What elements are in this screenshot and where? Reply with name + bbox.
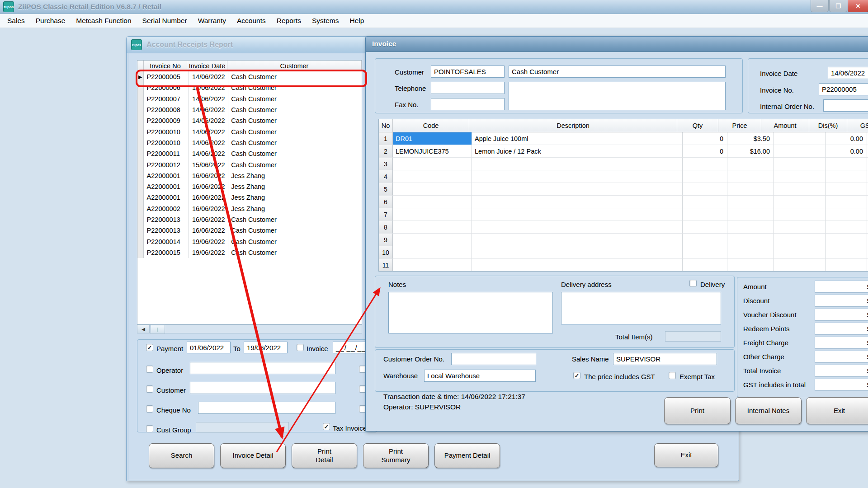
invoice-filter-checkbox[interactable] [297,344,304,351]
notes-textarea[interactable] [388,292,553,333]
cell-dis[interactable] [826,183,867,196]
delivery-address-textarea[interactable] [561,292,721,324]
cell-amount[interactable] [774,145,826,158]
item-row[interactable]: 11 [379,259,868,272]
table-row[interactable]: P22000006 14/06/2022 Cash Customer [137,82,362,93]
payment-to-input[interactable]: 19/06/2022 [244,342,288,353]
cell-dis[interactable] [826,246,867,259]
table-row[interactable]: P22000009 14/06/2022 Cash Customer [137,115,362,126]
menu-item[interactable]: Warranty [193,17,231,25]
cell-code[interactable] [393,158,472,170]
cell-description[interactable] [472,158,683,170]
invoice-window-titlebar[interactable] [366,37,868,52]
table-row[interactable]: A22000001 16/06/2022 Jess Zhang [137,170,362,181]
table-row[interactable]: P22000013 16/06/2022 Cash Customer [137,225,362,236]
cell-code[interactable] [393,234,472,246]
cell-price[interactable] [727,259,774,272]
invoice-action-button[interactable]: Exit [806,397,868,424]
invoice-no-input[interactable]: P22000005 [819,83,868,95]
table-row[interactable]: ▶ P22000005 14/06/2022 Cash Customer [137,71,362,82]
item-row[interactable]: 2 LEMONJUICE375 Lemon Juice / 12 Pack 0 … [379,145,868,158]
customer-order-input[interactable] [451,353,536,365]
table-row[interactable]: P22000010 14/06/2022 Cash Customer [137,137,362,148]
telephone-input[interactable] [431,82,505,94]
cell-qty[interactable]: 0 [683,132,727,145]
cheque-checkbox[interactable] [146,405,153,413]
column-header-customer[interactable]: Customer [227,61,362,71]
cell-dis[interactable] [826,158,867,170]
cell-amount[interactable] [774,183,826,196]
col-header-code[interactable]: Code [393,119,469,132]
invoice-date-input[interactable]: 14/06/2022 [828,67,868,79]
cell-qty[interactable] [683,259,727,272]
table-row[interactable]: P22000008 14/06/2022 Cash Customer [137,104,362,115]
item-row[interactable]: 1 DR01 Apple Juice 100ml 0 $3.50 0.00 15… [379,132,868,145]
cell-description[interactable] [472,259,683,272]
customer-code-input[interactable]: POINTOFSALES [431,66,505,78]
table-row[interactable]: P22000014 19/06/2022 Cash Customer [137,236,362,247]
exempt-tax-checkbox[interactable] [669,372,676,379]
table-horizontal-scrollbar[interactable]: ◀ ∥ [137,324,362,333]
item-row[interactable]: 9 [379,234,868,246]
cell-description[interactable] [472,246,683,259]
table-row[interactable]: A22000001 16/06/2022 Jess Zhang [137,192,362,203]
table-row[interactable]: A22000002 16/06/2022 Jess Zhang [137,203,362,214]
menu-item[interactable]: Sales [2,17,30,25]
report-action-button[interactable]: Invoice Detail [220,443,286,468]
cell-amount[interactable] [774,158,826,170]
report-action-button[interactable]: Search [149,443,214,468]
cell-dis[interactable] [826,170,867,183]
delivery-checkbox[interactable] [689,280,697,287]
cell-qty[interactable] [683,246,727,259]
cell-price[interactable]: $16.00 [727,145,774,158]
cell-description[interactable] [472,234,683,246]
menu-item[interactable]: Help [344,17,369,25]
cell-code[interactable] [393,221,472,234]
cell-dis[interactable]: 0.00 [826,145,867,158]
customer-filter-input[interactable] [190,382,335,394]
table-row[interactable]: P22000011 14/06/2022 Cash Customer [137,148,362,159]
cell-amount[interactable] [774,170,826,183]
cell-price[interactable] [727,183,774,196]
cell-description[interactable]: Lemon Juice / 12 Pack [472,145,683,158]
cell-dis[interactable] [826,234,867,246]
cell-amount[interactable] [774,196,826,208]
cell-dis[interactable]: 0.00 [826,132,867,145]
cell-amount[interactable] [774,221,826,234]
cell-description[interactable] [472,183,683,196]
cell-qty[interactable] [683,158,727,170]
tax-invoice-checkbox[interactable]: ✓ [323,423,330,430]
invoice-action-button[interactable]: Print [664,397,731,424]
payment-checkbox[interactable]: ✓ [146,344,153,351]
customer-name-input[interactable]: Cash Customer [509,66,726,78]
fax-input[interactable] [431,98,505,110]
cell-price[interactable]: $3.50 [727,132,774,145]
invoice-action-button[interactable]: Internal Notes [735,397,802,424]
sales-name-input[interactable]: SUPERVISOR [613,353,717,365]
table-row[interactable]: A22000001 16/06/2022 Jess Zhang [137,181,362,192]
cell-qty[interactable] [683,234,727,246]
cell-amount[interactable] [774,246,826,259]
scroll-left-button[interactable]: ◀ [137,325,150,333]
table-row[interactable]: P22000007 14/06/2022 Cash Customer [137,94,362,104]
report-action-button[interactable]: Print Detail [292,443,357,468]
table-row[interactable]: P22000015 19/06/2022 Cash Customer [137,247,362,258]
cell-price[interactable] [727,170,774,183]
item-row[interactable]: 7 [379,208,868,221]
cell-code[interactable] [393,170,472,183]
cell-qty[interactable] [683,221,727,234]
cell-description[interactable] [472,208,683,221]
cell-price[interactable] [727,246,774,259]
customer-address-box[interactable] [509,82,726,110]
cell-price[interactable] [727,208,774,221]
cheque-input[interactable] [198,402,335,414]
cell-dis[interactable] [826,259,867,272]
menu-item[interactable]: Reports [271,17,307,25]
cell-qty[interactable] [683,183,727,196]
report-action-button[interactable]: Print Summary [363,443,429,468]
cell-price[interactable] [727,221,774,234]
item-row[interactable]: 4 [379,170,868,183]
internal-order-input[interactable] [823,99,868,112]
scrollbar-thumb[interactable]: ∥ [151,325,165,334]
item-row[interactable]: 8 [379,221,868,234]
